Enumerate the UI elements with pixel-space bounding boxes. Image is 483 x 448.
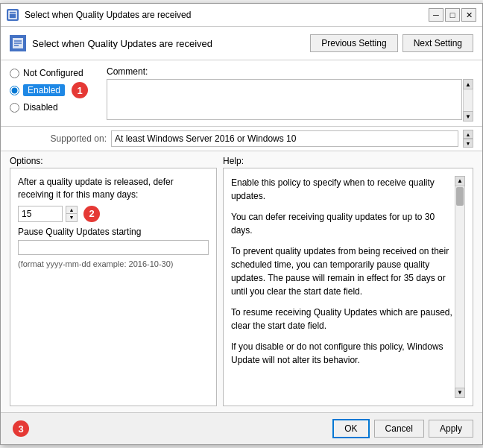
spinner-row: ▲ ▼ 2 [18,206,209,222]
defer-text: After a quality update is released, defe… [18,176,209,201]
comment-area: Comment: ▲ ▼ [107,66,473,122]
help-p3: To prevent quality updates from being re… [231,244,453,298]
header-buttons: Previous Setting Next Setting [310,34,473,52]
not-configured-option[interactable]: Not Configured [10,68,107,78]
badge-row: 3 [10,420,29,437]
help-scroll-thumb [456,187,464,206]
disabled-radio[interactable] [10,103,19,113]
minimize-button[interactable]: ─ [429,8,443,22]
svg-rect-0 [9,11,16,19]
format-hint: (format yyyy-mm-dd example: 2016-10-30) [18,259,209,268]
pause-date-input[interactable] [18,240,209,255]
scroll-down-btn[interactable]: ▼ [463,111,473,122]
disabled-label: Disabled [23,102,58,113]
help-panel: Enable this policy to specify when to re… [223,168,473,406]
header-section: Select when Quality Updates are received… [1,27,482,60]
help-p2: You can defer receiving quality updates … [231,210,453,237]
main-window: Select when Quality Updates are received… [0,3,483,445]
comment-scrollbar: ▲ ▼ [463,79,473,122]
policy-icon [10,35,26,51]
badge-2: 2 [83,206,100,222]
help-p1: Enable this policy to specify when to re… [231,176,453,203]
spinner-down-button[interactable]: ▼ [66,214,77,221]
help-section-label: Help: [223,156,473,166]
scroll-track [463,89,473,111]
next-setting-button[interactable]: Next Setting [402,34,473,52]
cancel-button[interactable]: Cancel [374,420,424,438]
days-spinner-input[interactable] [18,206,63,222]
help-p4: To resume receiving Quality Updates whic… [231,306,453,332]
enabled-label: Enabled [23,84,65,96]
options-section-label: Options: [10,156,217,166]
window-title: Select when Quality Updates are received [25,10,423,20]
enabled-option[interactable]: Enabled 1 [10,82,107,98]
apply-button[interactable]: Apply [429,420,473,438]
previous-setting-button[interactable]: Previous Setting [310,34,397,52]
window-icon [7,9,19,21]
radio-section: Not Configured Enabled 1 Disabled [10,66,107,122]
header-title: Select when Quality Updates are received [32,38,212,49]
radio-comment-area: Not Configured Enabled 1 Disabled Commen… [1,60,482,127]
not-configured-label: Not Configured [23,68,83,78]
supported-value: At least Windows Server 2016 or Windows … [111,130,458,147]
title-bar: Select when Quality Updates are received… [1,4,482,27]
supported-scroll-down[interactable]: ▼ [463,139,473,148]
help-scroll-track [455,186,465,388]
badge-3: 3 [13,420,29,437]
help-scroll-up[interactable]: ▲ [455,176,465,186]
help-text: Enable this policy to specify when to re… [231,176,453,398]
comment-textarea[interactable] [107,79,462,120]
supported-scrollbar: ▲ ▼ [463,130,473,148]
help-scroll-down[interactable]: ▼ [455,388,465,398]
options-panel: After a quality update is released, defe… [10,168,217,406]
help-scrollbar: ▲ ▼ [455,176,465,398]
panel-labels: Options: Help: [1,151,482,168]
not-configured-radio[interactable] [10,69,19,78]
panels-row: After a quality update is released, defe… [1,168,482,412]
maximize-button[interactable]: □ [445,8,460,22]
spinner-arrows: ▲ ▼ [66,206,78,222]
ok-button[interactable]: OK [332,419,369,438]
comment-label: Comment: [107,66,473,77]
disabled-option[interactable]: Disabled [10,102,107,113]
header-title-row: Select when Quality Updates are received [10,35,212,51]
pause-label: Pause Quality Updates starting [18,227,209,237]
close-button[interactable]: ✕ [461,8,476,22]
supported-scroll-up[interactable]: ▲ [463,130,473,139]
supported-label: Supported on: [10,133,107,144]
scroll-up-btn[interactable]: ▲ [463,79,473,89]
footer: 3 OK Cancel Apply [1,412,482,444]
spinner-up-button[interactable]: ▲ [66,206,77,214]
window-controls: ─ □ ✕ [429,8,476,22]
badge-1: 1 [72,82,88,98]
comment-input-row: ▲ ▼ [107,79,473,122]
supported-row: Supported on: At least Windows Server 20… [1,127,482,151]
help-p5: If you disable or do not configure this … [231,340,453,367]
enabled-radio[interactable] [10,86,19,95]
